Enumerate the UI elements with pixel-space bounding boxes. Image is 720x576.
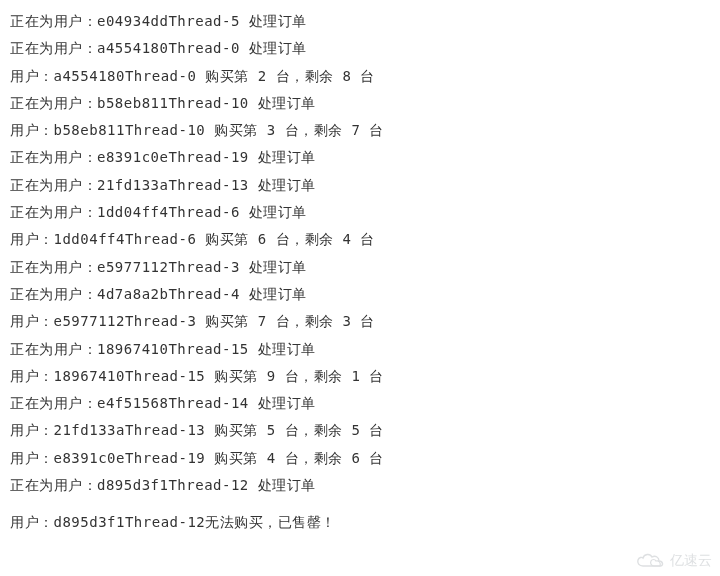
log-line: 正在为用户：d895d3f1Thread-12 处理订单 [10, 472, 710, 499]
log-line: 用户：1dd04ff4Thread-6 购买第 6 台，剩余 4 台 [10, 226, 710, 253]
log-line: 正在为用户：e04934ddThread-5 处理订单 [10, 8, 710, 35]
log-line: 正在为用户：e4f51568Thread-14 处理订单 [10, 390, 710, 417]
log-line: 正在为用户：18967410Thread-15 处理订单 [10, 336, 710, 363]
log-line: 用户：a4554180Thread-0 购买第 2 台，剩余 8 台 [10, 63, 710, 90]
console-output: 正在为用户：e04934ddThread-5 处理订单 正在为用户：a45541… [10, 8, 710, 537]
log-line: 用户：21fd133aThread-13 购买第 5 台，剩余 5 台 [10, 417, 710, 444]
log-line: 正在为用户：e8391c0eThread-19 处理订单 [10, 144, 710, 171]
cloud-icon [636, 552, 666, 570]
sold-out-message: 用户：d895d3f1Thread-12无法购买，已售罄！ [10, 509, 710, 536]
log-line: 用户：b58eb811Thread-10 购买第 3 台，剩余 7 台 [10, 117, 710, 144]
log-line: 正在为用户：e5977112Thread-3 处理订单 [10, 254, 710, 281]
log-line: 用户：18967410Thread-15 购买第 9 台，剩余 1 台 [10, 363, 710, 390]
log-line: 正在为用户：a4554180Thread-0 处理订单 [10, 35, 710, 62]
watermark-text: 亿速云 [670, 552, 712, 570]
log-line: 正在为用户：b58eb811Thread-10 处理订单 [10, 90, 710, 117]
watermark: 亿速云 [636, 552, 712, 570]
log-line: 正在为用户：4d7a8a2bThread-4 处理订单 [10, 281, 710, 308]
log-line: 正在为用户：21fd133aThread-13 处理订单 [10, 172, 710, 199]
log-line: 正在为用户：1dd04ff4Thread-6 处理订单 [10, 199, 710, 226]
log-line: 用户：e5977112Thread-3 购买第 7 台，剩余 3 台 [10, 308, 710, 335]
log-line: 用户：e8391c0eThread-19 购买第 4 台，剩余 6 台 [10, 445, 710, 472]
